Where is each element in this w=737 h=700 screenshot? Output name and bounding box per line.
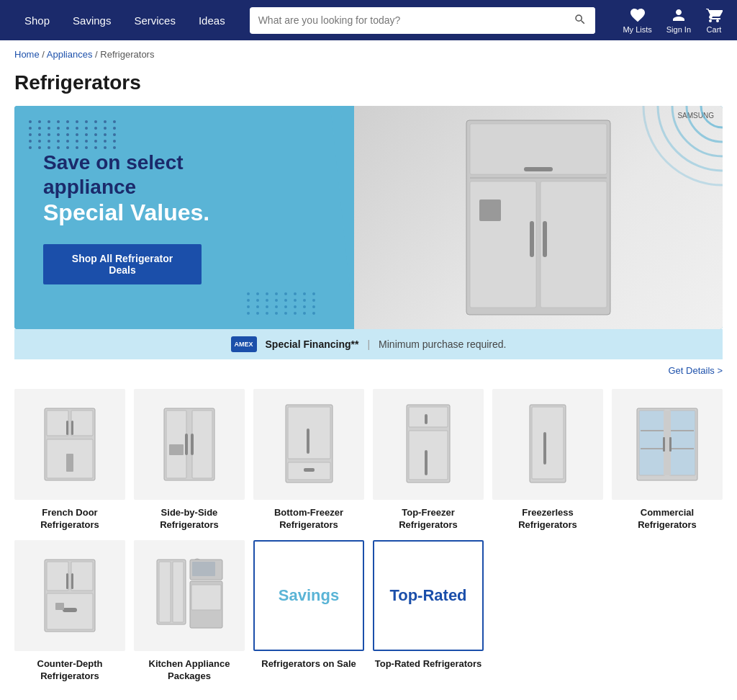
- financing-divider: |: [367, 338, 370, 350]
- hero-line3: Special Values.: [43, 199, 333, 226]
- top-freezer-fridge-icon: [403, 403, 453, 486]
- svg-rect-42: [669, 410, 695, 475]
- category-top-rated[interactable]: Top-Rated Top-Rated Refrigerators: [373, 540, 484, 683]
- category-commercial-label: CommercialRefrigerators: [638, 507, 697, 531]
- side-by-side-fridge-icon: [160, 405, 218, 484]
- nav-savings[interactable]: Savings: [63, 9, 121, 32]
- svg-rect-44: [641, 430, 664, 431]
- counter-depth-fridge-icon: [41, 556, 99, 635]
- svg-rect-47: [671, 448, 694, 449]
- svg-rect-34: [409, 431, 448, 480]
- category-side-by-side-label: Side-by-SideRefrigerators: [160, 507, 219, 531]
- toprated-card-text: Top-Rated: [389, 586, 466, 605]
- svg-rect-52: [71, 562, 93, 591]
- svg-rect-16: [71, 410, 93, 436]
- svg-rect-20: [66, 454, 73, 472]
- category-french-door-label: French DoorRefrigerators: [40, 507, 99, 531]
- category-kitchen-packages-label: Kitchen AppliancePackages: [149, 658, 230, 683]
- svg-rect-55: [71, 573, 73, 589]
- breadcrumb-appliances[interactable]: Appliances: [47, 49, 93, 60]
- svg-rect-39: [543, 432, 546, 465]
- svg-rect-57: [55, 603, 64, 610]
- bottom-freezer-fridge-icon: [282, 403, 336, 486]
- nav-shop[interactable]: Shop: [14, 9, 60, 32]
- search-input[interactable]: [250, 9, 565, 32]
- get-details-row: Get Details >: [0, 359, 737, 382]
- svg-rect-31: [304, 468, 315, 472]
- svg-rect-24: [185, 434, 188, 455]
- savings-card-text: Savings: [279, 586, 339, 605]
- svg-point-12: [658, 106, 723, 171]
- hero-banner: for(let i=0;i<50;i++)document.write('<di…: [14, 106, 723, 329]
- cart-label: Cart: [707, 25, 722, 34]
- my-lists-label: My Lists: [623, 25, 651, 34]
- financing-text: Special Financing**: [266, 338, 359, 350]
- cart-button[interactable]: Cart: [705, 6, 723, 34]
- financing-sub: Minimum purchase required.: [379, 338, 506, 350]
- svg-rect-60: [173, 562, 184, 622]
- category-sale-label: Refrigerators on Sale: [261, 658, 356, 670]
- svg-rect-15: [47, 410, 68, 436]
- svg-rect-51: [47, 562, 68, 591]
- hero-line1: Save on select: [43, 151, 333, 175]
- svg-rect-54: [66, 573, 68, 589]
- svg-rect-46: [671, 430, 694, 431]
- svg-rect-26: [169, 444, 184, 455]
- french-door-fridge-icon: [41, 405, 99, 484]
- svg-rect-41: [639, 410, 665, 475]
- svg-rect-56: [63, 608, 77, 612]
- shop-deals-button[interactable]: Shop All Refrigerator Deals: [43, 244, 202, 284]
- svg-rect-33: [409, 407, 448, 427]
- svg-point-9: [701, 106, 723, 127]
- svg-rect-19: [71, 421, 73, 435]
- page-title: Refrigerators: [0, 68, 737, 106]
- category-counter-depth-label: Counter-DepthRefrigerators: [37, 658, 103, 683]
- category-grid-row1: French DoorRefrigerators Side-by-SideRef…: [0, 382, 737, 531]
- svg-rect-5: [530, 221, 534, 257]
- category-french-door[interactable]: French DoorRefrigerators: [14, 389, 125, 531]
- svg-rect-36: [425, 450, 428, 475]
- my-lists-button[interactable]: My Lists: [623, 6, 651, 34]
- svg-point-10: [687, 106, 723, 142]
- category-kitchen-packages[interactable]: Kitchen AppliancePackages: [134, 540, 245, 683]
- category-bottom-freezer[interactable]: Bottom-FreezerRefrigerators: [253, 389, 364, 531]
- svg-rect-23: [192, 410, 212, 478]
- sign-in-label: Sign In: [666, 25, 691, 34]
- get-details-link[interactable]: Get Details >: [668, 365, 723, 376]
- sign-in-button[interactable]: Sign In: [666, 6, 691, 34]
- svg-rect-18: [66, 421, 68, 435]
- nav-services[interactable]: Services: [124, 9, 186, 32]
- svg-rect-48: [663, 437, 665, 452]
- search-button[interactable]: [565, 7, 595, 34]
- financing-bar: AMEX Special Financing** | Minimum purch…: [14, 329, 723, 359]
- svg-rect-69: [192, 562, 215, 576]
- category-sale[interactable]: Savings Refrigerators on Sale: [253, 540, 364, 683]
- svg-rect-2: [524, 167, 553, 171]
- breadcrumb: Home / Appliances / Refrigerators: [0, 40, 737, 68]
- navigation: Shop Savings Services Ideas My Lists Sig…: [0, 0, 737, 40]
- svg-point-13: [643, 106, 723, 185]
- category-top-freezer[interactable]: Top-FreezerRefrigerators: [373, 389, 484, 531]
- category-bottom-freezer-label: Bottom-FreezerRefrigerators: [274, 507, 343, 531]
- search-bar: [250, 7, 595, 34]
- category-top-rated-label: Top-Rated Refrigerators: [375, 658, 482, 670]
- category-side-by-side[interactable]: Side-by-SideRefrigerators: [134, 389, 245, 531]
- category-freezerless[interactable]: Freezerless Refrigerators: [492, 389, 603, 531]
- svg-rect-1: [470, 124, 607, 174]
- breadcrumb-home[interactable]: Home: [14, 49, 40, 60]
- svg-rect-7: [479, 199, 501, 221]
- nav-icons: My Lists Sign In Cart: [623, 6, 723, 34]
- category-grid-row2: Counter-DepthRefrigerators: [0, 531, 737, 700]
- svg-rect-30: [307, 428, 309, 454]
- nav-ideas[interactable]: Ideas: [189, 9, 235, 32]
- category-freezerless-label: Freezerless Refrigerators: [492, 507, 603, 531]
- svg-rect-35: [425, 414, 428, 424]
- svg-rect-25: [191, 434, 194, 455]
- commercial-fridge-icon: [635, 405, 700, 484]
- svg-rect-6: [543, 221, 547, 257]
- hero-line2: appliance: [43, 175, 333, 199]
- hero-fridge-image: [445, 113, 632, 322]
- category-counter-depth[interactable]: Counter-DepthRefrigerators: [14, 540, 125, 683]
- svg-rect-62: [191, 585, 221, 610]
- category-commercial[interactable]: CommercialRefrigerators: [612, 389, 723, 531]
